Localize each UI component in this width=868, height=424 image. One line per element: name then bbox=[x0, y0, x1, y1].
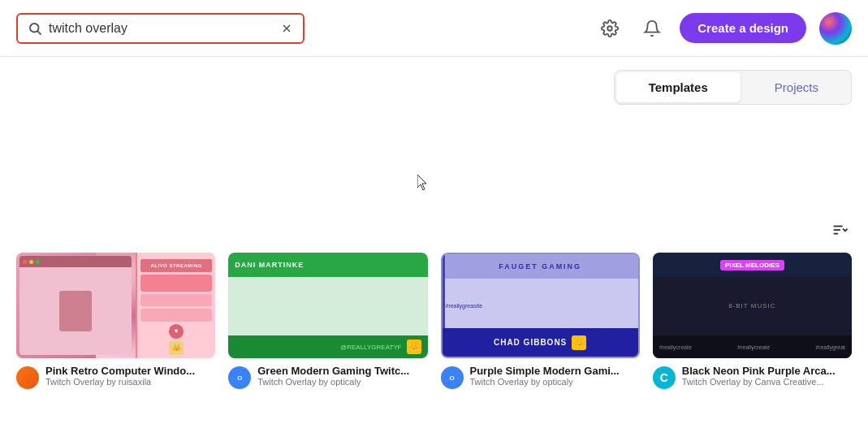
card3-crown-badge: 👑 bbox=[572, 335, 586, 350]
card-title: Purple Simple Modern Gami... bbox=[470, 365, 620, 377]
list-item[interactable]: FAUGET GAMING #reallygreasite CHAD GIBBO… bbox=[441, 253, 640, 389]
bell-icon bbox=[643, 19, 661, 37]
author-avatar bbox=[16, 366, 39, 389]
card3-bottom-text: CHAD GIBBONS bbox=[494, 338, 567, 347]
author-avatar: C bbox=[653, 366, 676, 389]
card-text: Purple Simple Modern Gami... Twitch Over… bbox=[470, 365, 620, 387]
card1-box2 bbox=[140, 294, 212, 307]
card-subtitle: Twitch Overlay by Canva Creative... bbox=[682, 377, 836, 387]
card-info: O Green Modern Gaming Twitc... Twitch Ov… bbox=[228, 365, 427, 389]
card-thumbnail: ALIVO STREAMING ♥ 👑 bbox=[16, 253, 215, 358]
card-subtitle: Twitch Overlay by ruisaxila bbox=[45, 377, 195, 387]
card-thumbnail: FAUGET GAMING #reallygreasite CHAD GIBBO… bbox=[441, 253, 640, 358]
card4-badge: PIXEL MELODIES bbox=[720, 260, 784, 270]
cards-grid: ALIVO STREAMING ♥ 👑 Pink Retro Computer … bbox=[16, 253, 852, 389]
card2-banner: DANI MARTINKE bbox=[228, 253, 427, 277]
card1-banner-text: ALIVO STREAMING bbox=[150, 263, 202, 268]
sort-bar bbox=[16, 218, 852, 243]
card-side-panel: ALIVO STREAMING ♥ 👑 bbox=[136, 253, 215, 358]
mouse-cursor bbox=[417, 175, 429, 191]
tab-projects[interactable]: Projects bbox=[742, 71, 851, 104]
card-thumbnail: PIXEL MELODIES 8-BIT MUSIC #reallycreate… bbox=[653, 253, 852, 358]
card-title: Black Neon Pink Purple Arca... bbox=[682, 365, 836, 377]
card1-crown: 👑 bbox=[169, 341, 184, 355]
card4-bottom-mid: #reallycreate bbox=[737, 344, 770, 350]
list-item[interactable]: ALIVO STREAMING ♥ 👑 Pink Retro Computer … bbox=[16, 253, 215, 389]
svg-point-0 bbox=[30, 24, 39, 32]
card1-icon: ♥ bbox=[169, 324, 184, 338]
card-text: Green Modern Gaming Twitc... Twitch Over… bbox=[257, 365, 409, 387]
author-avatar: O bbox=[228, 366, 251, 389]
sub-header: Templates Projects bbox=[0, 57, 868, 105]
card2-bottom: @REALLYGREATYF 👑 bbox=[228, 335, 427, 358]
card3-top-text: FAUGET GAMING bbox=[499, 262, 581, 270]
header: Create a design bbox=[0, 0, 868, 57]
card-subtitle: Twitch Overlay by opticaly bbox=[470, 377, 620, 387]
clear-search-button[interactable] bbox=[280, 22, 293, 35]
list-item[interactable]: DANI MARTINKE @REALLYGREATYF 👑 O Green M… bbox=[228, 253, 427, 389]
tab-templates[interactable]: Templates bbox=[616, 72, 741, 102]
card4-bottom-left: #reallycreate bbox=[659, 344, 692, 350]
notifications-button[interactable] bbox=[637, 14, 667, 43]
settings-button[interactable] bbox=[595, 14, 624, 43]
search-icon bbox=[28, 21, 42, 36]
svg-point-4 bbox=[608, 26, 613, 31]
search-bar bbox=[16, 13, 304, 44]
cursor-area bbox=[16, 121, 852, 218]
card-subtitle: Twitch Overlay by opticaly bbox=[257, 377, 409, 387]
card3-bottom: CHAD GIBBONS 👑 bbox=[443, 328, 638, 357]
create-design-button[interactable]: Create a design bbox=[680, 13, 806, 43]
card4-top: PIXEL MELODIES bbox=[653, 253, 852, 277]
search-input[interactable] bbox=[49, 21, 274, 36]
card3-left-text: #reallygreasite bbox=[446, 303, 483, 309]
svg-line-1 bbox=[37, 31, 41, 34]
sort-button[interactable] bbox=[827, 218, 852, 243]
card4-bottom-right: #reallygreat bbox=[815, 344, 845, 350]
gear-icon bbox=[601, 19, 619, 37]
main-content: ALIVO STREAMING ♥ 👑 Pink Retro Computer … bbox=[0, 105, 868, 405]
card-info: Pink Retro Computer Windo... Twitch Over… bbox=[16, 365, 215, 389]
card1-box3 bbox=[140, 309, 212, 322]
card-title: Pink Retro Computer Windo... bbox=[45, 365, 195, 377]
card-info: O Purple Simple Modern Gami... Twitch Ov… bbox=[441, 365, 640, 389]
header-icons: Create a design bbox=[595, 12, 852, 45]
sort-desc-icon bbox=[831, 222, 849, 240]
card-title: Green Modern Gaming Twitc... bbox=[257, 365, 409, 377]
card-text: Pink Retro Computer Windo... Twitch Over… bbox=[45, 365, 195, 387]
card-info: C Black Neon Pink Purple Arca... Twitch … bbox=[653, 365, 852, 389]
tab-group: Templates Projects bbox=[614, 70, 852, 105]
card2-bottom-text: @REALLYGREATYF bbox=[340, 344, 401, 351]
author-avatar: O bbox=[441, 366, 464, 389]
card4-sub-text: 8-BIT MUSIC bbox=[728, 302, 775, 309]
avatar[interactable] bbox=[819, 12, 852, 45]
card3-top: FAUGET GAMING bbox=[443, 254, 638, 279]
card-thumbnail: DANI MARTINKE @REALLYGREATYF 👑 bbox=[228, 253, 427, 358]
card4-center: 8-BIT MUSIC bbox=[728, 302, 775, 309]
card2-banner-text: DANI MARTINKE bbox=[235, 261, 304, 269]
card2-crown-badge: 👑 bbox=[407, 340, 421, 354]
card4-bottom: #reallycreate #reallycreate #reallygreat bbox=[653, 335, 852, 358]
list-item[interactable]: PIXEL MELODIES 8-BIT MUSIC #reallycreate… bbox=[653, 253, 852, 389]
card1-box1 bbox=[140, 275, 212, 292]
card-text: Black Neon Pink Purple Arca... Twitch Ov… bbox=[682, 365, 836, 387]
